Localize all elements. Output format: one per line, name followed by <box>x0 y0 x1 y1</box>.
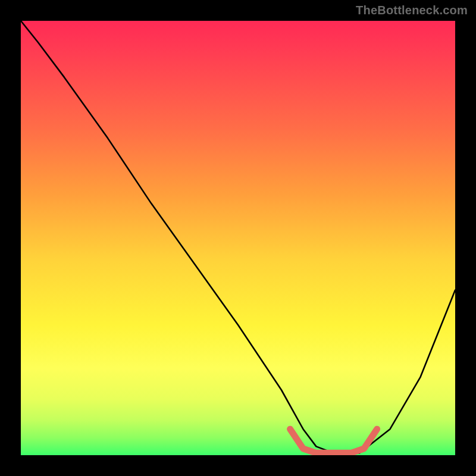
watermark-label: TheBottleneck.com <box>356 4 468 17</box>
gradient-background <box>21 21 455 455</box>
plot-area <box>21 21 455 455</box>
chart-container: TheBottleneck.com <box>0 0 476 476</box>
